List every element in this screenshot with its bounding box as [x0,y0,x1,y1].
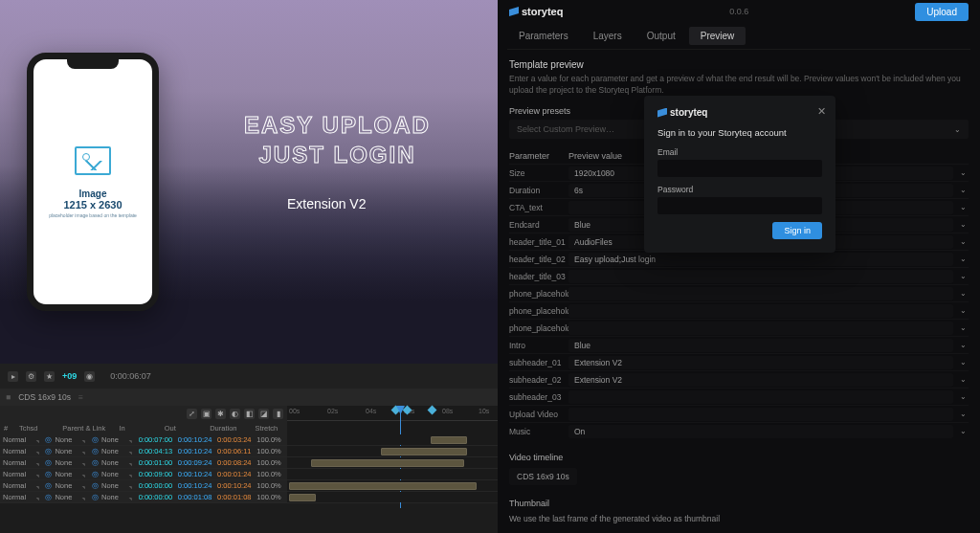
chevron-down-icon[interactable]: ⌄ [957,410,969,418]
param-key: header_title_01 [509,237,568,247]
param-key: phone_placeholder_3 [509,323,568,333]
param-key: Intro [509,341,568,350]
template-preview-title: Template preview [509,59,969,70]
close-icon[interactable]: ✕ [817,105,826,118]
layer-row[interactable]: Normal◎None◎None0:00:07:000:00:10:240:00… [0,434,498,446]
tab-output[interactable]: Output [635,27,687,45]
param-row: subheader_03⌄ [509,388,969,405]
current-timecode[interactable]: 0:00:06:07 [110,371,151,381]
param-key: CTA_text [509,203,568,212]
fps-badge: +09 [62,371,77,381]
param-value-input[interactable]: Easy upload;Just login [568,253,953,266]
chevron-down-icon[interactable]: ⌄ [957,220,969,229]
param-row: phone_placeholder_2⌄ [509,301,969,319]
param-key: Upload Video [509,410,568,419]
3d-icon[interactable]: ◪ [258,409,269,419]
layer-row[interactable]: Normal◎None◎None0:00:00:000:00:10:240:00… [0,480,498,492]
param-row: subheader_02Extension V2⌄ [509,370,969,388]
chevron-down-icon[interactable]: ⌄ [957,237,969,246]
thumbnail-label: Thumbnail [509,499,969,508]
headline-text: Easy upload just login [244,110,431,169]
placeholder-dimensions: 1215 x 2630 [63,199,122,211]
snapshot-icon[interactable]: ◉ [84,371,95,382]
panel-tabs: ParametersLayersOutputPreview [507,23,970,50]
param-value-input[interactable]: Blue [568,339,953,352]
modal-logo: storyteq [657,107,822,118]
param-value-input[interactable] [568,408,953,421]
layer-row[interactable]: Normal◎None◎None0:00:00:000:00:01:080:00… [0,492,498,503]
chevron-down-icon[interactable]: ⌄ [957,289,969,298]
param-value-input[interactable]: Extension V2 [568,356,953,369]
settings-icon[interactable]: ⚙ [26,371,36,382]
param-value-input[interactable]: On [568,425,953,438]
param-value-input[interactable] [568,304,953,318]
param-key: Duration [509,186,568,195]
chevron-down-icon[interactable]: ⌄ [957,358,969,366]
param-key: header_title_03 [509,272,568,281]
password-field[interactable] [657,197,822,214]
chevron-down-icon[interactable]: ⌄ [957,255,969,263]
param-key: header_title_02 [509,255,568,264]
email-field[interactable] [657,160,822,177]
param-value-input[interactable] [568,287,953,300]
time-ruler[interactable]: 00s 02s 04s 06s 08s 10s [287,406,498,421]
param-row: header_title_03⌄ [509,267,969,284]
tab-parameters[interactable]: Parameters [507,27,580,45]
upload-button[interactable]: Upload [915,3,969,21]
param-row: IntroBlue⌄ [509,336,969,353]
video-timeline-label: Video timeline [509,453,969,462]
subheader-text: Extension V2 [287,196,367,211]
param-key: subheader_02 [509,375,568,385]
motion-blur-icon[interactable]: ◐ [230,409,240,419]
image-placeholder-icon [75,146,111,175]
thumbnail-text: We use the last frame of the generated v… [509,514,969,523]
modal-title: Sign in to your Storyteq account [657,127,822,138]
comp-tab[interactable]: CDS 16x9 10s [18,392,71,402]
chevron-down-icon[interactable]: ⌄ [957,203,969,211]
timeline-layers: Normal◎None◎None0:00:07:000:00:10:240:00… [0,434,498,503]
param-value-input[interactable] [568,390,953,404]
storyteq-logo: storyteq [509,6,563,17]
param-value-input[interactable] [568,270,953,283]
mask-icon[interactable]: ▣ [201,409,212,419]
chevron-down-icon[interactable]: ⌄ [957,375,969,384]
phone-mockup: Image 1215 x 2630 placeholder image base… [27,53,159,311]
timeline-toolbar: ▸ ⚙ ★ +09 ◉ 0:00:06:07 [0,364,498,389]
param-key: Endcard [509,220,568,230]
layer-row[interactable]: Normal◎None◎None0:00:04:130:00:10:240:00… [0,446,498,457]
star-icon[interactable]: ★ [44,371,55,382]
param-key: Music [509,427,568,436]
param-row: subheader_01Extension V2⌄ [509,353,969,370]
email-label: Email [657,147,822,157]
chevron-down-icon[interactable]: ⌄ [957,341,969,349]
chevron-down-icon[interactable]: ⌄ [957,306,969,315]
chevron-down-icon[interactable]: ⌄ [957,427,969,435]
param-row: Upload Video⌄ [509,405,969,422]
layer-column-header: # Tchsd Parent & Link In Out Duration St… [0,421,287,434]
fx-icon[interactable]: ✱ [215,409,226,419]
password-label: Password [657,185,822,194]
chevron-down-icon[interactable]: ⌄ [957,168,969,177]
param-value-input[interactable] [568,322,953,335]
composition-preview: Image 1215 x 2630 placeholder image base… [0,0,498,364]
chevron-down-icon[interactable]: ⌄ [957,186,969,194]
layer-row[interactable]: Normal◎None◎None0:00:09:000:00:10:240:00… [0,469,498,480]
placeholder-note: placeholder image based on the template [49,212,137,218]
param-key: Size [509,168,568,178]
param-key: phone_placeholder_1 [509,289,568,299]
pointer-icon[interactable]: ▸ [8,371,18,382]
param-key: subheader_03 [509,392,568,402]
placeholder-label: Image [79,189,107,199]
tab-preview[interactable]: Preview [689,27,746,45]
chevron-down-icon[interactable]: ⌄ [957,392,969,401]
adjustment-icon[interactable]: ◧ [244,409,255,419]
chevron-down-icon: ⌄ [954,125,961,134]
shy-icon[interactable]: ⤢ [187,409,197,419]
signin-button[interactable]: Sign in [772,222,822,239]
marker-icon[interactable]: ▮ [273,409,283,419]
tab-layers[interactable]: Layers [582,27,634,45]
chevron-down-icon[interactable]: ⌄ [957,272,969,280]
param-value-input[interactable]: Extension V2 [568,373,953,387]
chevron-down-icon[interactable]: ⌄ [957,323,969,332]
layer-row[interactable]: Normal◎None◎None0:00:01:000:00:09:240:00… [0,457,498,469]
